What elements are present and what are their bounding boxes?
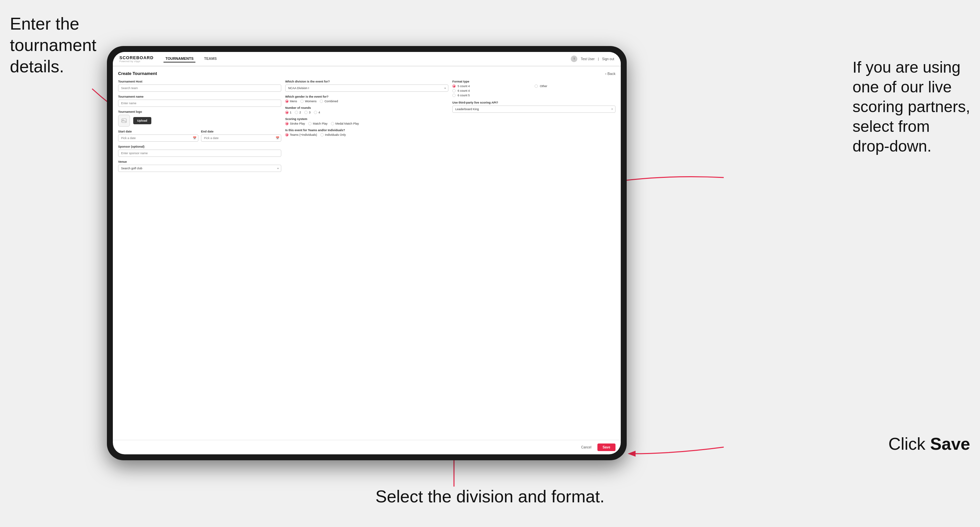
gender-womens-radio[interactable] <box>300 100 304 103</box>
scoring-match[interactable]: Match Play <box>308 122 328 125</box>
rounds-label: Number of rounds <box>285 106 449 110</box>
format-5count4[interactable]: 5 count 4 <box>452 84 533 88</box>
scoring-stroke-label: Stroke Play <box>290 122 305 125</box>
scoring-match-label: Match Play <box>313 122 328 125</box>
tablet-device: SCOREBOARD Powered by clippi TOURNAMENTS… <box>107 46 627 460</box>
rounds-1[interactable]: 1 <box>285 111 291 114</box>
nav-teams[interactable]: TEAMS <box>202 55 219 62</box>
tournament-name-label: Tournament name <box>118 95 281 98</box>
start-date-input[interactable] <box>118 135 198 142</box>
brand-subtitle: Powered by clippi <box>119 60 154 62</box>
division-select-wrapper: NCAA Division I <box>285 84 449 92</box>
nav-separator: | <box>598 57 599 61</box>
start-date-wrap: 📅 <box>118 135 198 142</box>
live-scoring-group: Use third-party live scoring API? ✕ <box>452 101 616 113</box>
annotation-select-division: Select the division and format. <box>375 486 605 507</box>
scoring-medal[interactable]: Medal Match Play <box>331 122 359 125</box>
signout-link[interactable]: Sign out <box>602 57 614 61</box>
save-button[interactable]: Save <box>597 443 616 451</box>
individuals-label: Individuals Only <box>325 133 346 137</box>
tournament-host-input[interactable] <box>118 84 281 92</box>
tournament-name-group: Tournament name <box>118 95 281 107</box>
gender-group: Which gender is the event for? Mens Wome… <box>285 95 449 103</box>
scoring-group: Scoring system Stroke Play Match Play <box>285 117 449 125</box>
rounds-4-label: 4 <box>318 111 320 114</box>
scoring-match-radio[interactable] <box>308 122 312 125</box>
nav-tournaments[interactable]: TOURNAMENTS <box>164 55 196 62</box>
scoring-medal-radio[interactable] <box>331 122 334 125</box>
format-other-label: Other <box>540 84 547 88</box>
format-6count5-label: 6 count 5 <box>458 94 470 97</box>
form-col-2: Which division is the event for? NCAA Di… <box>285 80 449 175</box>
rounds-radio-group: 1 2 3 4 <box>285 111 449 114</box>
format-6count4[interactable]: 6 count 4 <box>452 89 533 92</box>
gender-womens[interactable]: Womens <box>300 100 317 103</box>
tournament-name-input[interactable] <box>118 100 281 107</box>
format-6count4-radio[interactable] <box>452 89 456 92</box>
form-content: Create Tournament ‹ Back Tournament Host… <box>113 67 621 440</box>
scoring-stroke-radio[interactable] <box>285 122 288 125</box>
date-row: Start date 📅 End date 📅 <box>118 130 281 142</box>
gender-mens-label: Mens <box>290 100 297 103</box>
venue-group: Venue Search golf club <box>118 160 281 172</box>
format-other-radio[interactable] <box>535 84 538 88</box>
teams-radio[interactable] <box>285 133 288 137</box>
teams-plus-individuals[interactable]: Teams (+Individuals) <box>285 133 317 137</box>
format-type-label: Format type <box>452 80 616 83</box>
cancel-button[interactable]: Cancel <box>578 443 595 451</box>
division-select[interactable]: NCAA Division I <box>285 84 449 92</box>
live-scoring-label: Use third-party live scoring API? <box>452 101 616 104</box>
live-scoring-input-wrap: ✕ <box>452 106 616 113</box>
rounds-4[interactable]: 4 <box>314 111 320 114</box>
format-6count5[interactable]: 6 count 5 <box>452 94 533 97</box>
save-bold-text: Save <box>930 434 970 453</box>
gender-combined-radio[interactable] <box>320 100 323 103</box>
brand: SCOREBOARD Powered by clippi <box>119 55 154 62</box>
annotation-click-save: Click Save <box>888 433 970 455</box>
rounds-3-radio[interactable] <box>304 111 308 114</box>
format-6count5-radio[interactable] <box>452 94 456 97</box>
individuals-radio[interactable] <box>320 133 324 137</box>
navbar: SCOREBOARD Powered by clippi TOURNAMENTS… <box>113 52 621 67</box>
gender-mens[interactable]: Mens <box>285 100 297 103</box>
upload-area: Upload <box>118 115 281 127</box>
rounds-2-radio[interactable] <box>295 111 298 114</box>
venue-select[interactable]: Search golf club <box>118 165 281 172</box>
teams-radio-group: Teams (+Individuals) Individuals Only <box>285 133 449 137</box>
back-button[interactable]: ‹ Back <box>605 71 616 76</box>
individuals-only[interactable]: Individuals Only <box>320 133 346 137</box>
division-group: Which division is the event for? NCAA Di… <box>285 80 449 92</box>
scoring-label: Scoring system <box>285 117 449 121</box>
gender-combined-label: Combined <box>325 100 338 103</box>
format-options: 5 count 4 Other 6 count 4 <box>452 84 616 97</box>
sponsor-group: Sponsor (optional) <box>118 145 281 157</box>
tournament-logo-label: Tournament logo <box>118 110 281 113</box>
rounds-2[interactable]: 2 <box>295 111 301 114</box>
end-date-group: End date 📅 <box>201 130 281 142</box>
upload-button[interactable]: Upload <box>133 117 151 124</box>
start-date-label: Start date <box>118 130 198 133</box>
scoring-stroke[interactable]: Stroke Play <box>285 122 305 125</box>
tournament-host-label: Tournament Host <box>118 80 281 83</box>
rounds-1-radio[interactable] <box>285 111 288 114</box>
gender-radio-group: Mens Womens Combined <box>285 100 449 103</box>
gender-label: Which gender is the event for? <box>285 95 449 98</box>
page-title: Create Tournament <box>118 71 157 76</box>
sponsor-input[interactable] <box>118 149 281 157</box>
sponsor-label: Sponsor (optional) <box>118 145 281 148</box>
format-other[interactable]: Other <box>535 84 616 88</box>
format-type-group: Format type 5 count 4 Other <box>452 80 616 97</box>
end-date-input[interactable] <box>201 135 281 142</box>
teams-label-text: Teams (+Individuals) <box>290 133 317 137</box>
rounds-4-radio[interactable] <box>314 111 317 114</box>
gender-combined[interactable]: Combined <box>320 100 338 103</box>
format-5count4-radio[interactable] <box>452 84 456 88</box>
clear-live-scoring-button[interactable]: ✕ <box>611 108 614 111</box>
end-date-wrap: 📅 <box>201 135 281 142</box>
rounds-3[interactable]: 3 <box>304 111 310 114</box>
annotation-live-scoring: If you are usingone of our livescoring p… <box>853 57 970 156</box>
start-date-group: Start date 📅 <box>118 130 198 142</box>
gender-mens-radio[interactable] <box>285 100 288 103</box>
live-scoring-input[interactable] <box>452 106 616 113</box>
teams-label: Is this event for Teams and/or Individua… <box>285 129 449 132</box>
